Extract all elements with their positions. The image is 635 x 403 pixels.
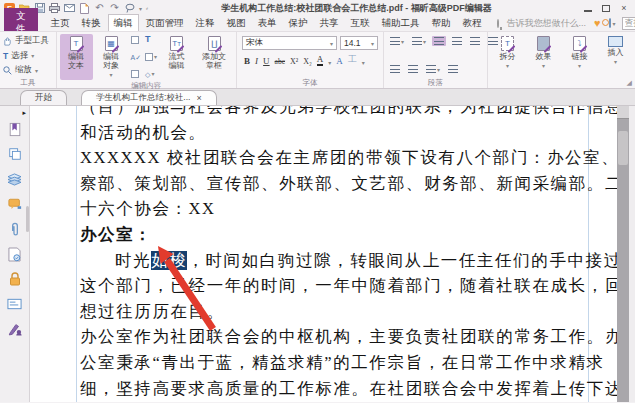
document-canvas[interactable]: （目）加强与社会各界及兄弟学校社团的联系，为社团提供合作信息 和活动的机会。 X… <box>30 106 617 402</box>
tab-view[interactable]: 视图 <box>222 15 251 32</box>
insert-button[interactable]: 插入 ▾ <box>599 34 632 77</box>
tab-tutorial[interactable]: 教程 <box>458 15 487 32</box>
edit-text-button[interactable]: T 编辑文本 <box>60 34 93 80</box>
sidebar-comments-button[interactable] <box>5 194 25 214</box>
tab-start-page[interactable]: 开始 <box>20 90 67 105</box>
tab-home[interactable]: 主页 <box>46 15 75 32</box>
tab-convert[interactable]: 转换 <box>77 15 106 32</box>
sidebar-digital-sign-button[interactable] <box>5 319 25 339</box>
tab-accessibility[interactable]: 辅助工具 <box>377 15 425 32</box>
font-color-caret-icon[interactable]: ▾ <box>328 59 331 66</box>
numbered-list-button[interactable]: ▾ <box>410 36 428 46</box>
selected-text[interactable]: 如梭 <box>151 251 187 270</box>
sidebar-resize-grip[interactable] <box>26 206 29 232</box>
paragraph-spacing-button[interactable] <box>446 64 460 74</box>
close-window-button[interactable]: × <box>619 4 629 13</box>
sidebar-bookmarks-button[interactable] <box>5 119 25 139</box>
tab-connect[interactable]: 互联 <box>346 15 375 32</box>
doc-line[interactable]: 左右联系的枢纽作用，负责主席团、各部门和各协会之间交流沟通， <box>80 401 588 402</box>
lasso-tool-button[interactable] <box>124 3 135 14</box>
add-shape-icon[interactable]: ◇▾ <box>145 71 157 78</box>
sidebar-pages-button[interactable] <box>5 144 25 164</box>
snapshot-dropdown-caret-icon[interactable]: ▾ <box>613 20 616 27</box>
zoom-tool-button[interactable]: 缩放 ▾ <box>3 64 53 76</box>
undo-button[interactable]: ↶ <box>94 3 105 14</box>
tab-share[interactable]: 共享 <box>315 15 344 32</box>
doc-line[interactable]: 十六个协会：XX <box>80 196 588 222</box>
layout-switch-icon[interactable] <box>565 4 575 13</box>
maximize-button[interactable] <box>601 4 611 13</box>
sidebar-fields-button[interactable] <box>5 294 25 314</box>
char-spacing-button[interactable]: A <box>336 56 343 66</box>
link-button[interactable]: ⤵ 链接 ▾ <box>563 34 596 77</box>
doc-line[interactable]: 想过往历历在目。 <box>80 299 588 325</box>
search-input[interactable] <box>625 18 635 28</box>
tab-help[interactable]: 帮助 <box>427 15 456 32</box>
doc-line[interactable]: （目）加强与社会各界及兄弟学校社团的联系，为社团提供合作信息 <box>80 106 588 120</box>
char-scale-button[interactable]: 工 <box>348 53 357 66</box>
subscript-button[interactable]: X₂ <box>303 57 312 66</box>
new-document-button[interactable] <box>79 3 90 14</box>
doc-heading[interactable]: 办公室： <box>80 222 588 248</box>
doc-line[interactable]: 细，坚持高要求高质量的工作标准。在社团联合会中发挥着上传下达， <box>80 376 588 402</box>
tab-comment[interactable]: 注释 <box>191 15 220 32</box>
minimize-button[interactable] <box>583 4 593 13</box>
edit-object-button[interactable]: ▦ 编辑对象 ▾ <box>95 34 128 80</box>
doc-line[interactable]: 公室秉承“青出于蓝，精益求精”的工作宗旨，在日常工作中求精求 <box>80 350 588 376</box>
doc-line[interactable]: 察部、策划部、宣传部、外联部、文艺部、财务部、新闻采编部。二 <box>80 171 588 197</box>
char-scale-caret-icon[interactable]: ▾ <box>362 59 365 66</box>
font-family-select[interactable]: 宋体 ▾ <box>242 36 337 50</box>
strikethrough-button[interactable]: abc <box>275 57 285 66</box>
email-button[interactable] <box>64 3 75 14</box>
ribbon-resize-icon[interactable]: ◢ <box>627 79 632 87</box>
snapshot-icon[interactable] <box>609 18 611 28</box>
bold-button[interactable]: B <box>244 56 250 66</box>
bullet-list-button[interactable]: ▾ <box>388 36 406 46</box>
doc-line[interactable]: 和活动的机会。 <box>80 120 588 146</box>
tell-me-assistant[interactable]: 告诉我您想做什么... <box>507 17 587 30</box>
scrollbar-thumb[interactable] <box>618 131 628 165</box>
page-properties-icon[interactable] <box>131 70 142 78</box>
tab-edit[interactable]: 编辑 <box>108 14 139 33</box>
vertical-scrollbar[interactable] <box>617 106 629 402</box>
hand-tool-button[interactable]: 手型工具 <box>3 35 53 47</box>
select-tool-button[interactable]: T 选择 ▾ <box>3 50 53 62</box>
sidebar-attachments-button[interactable] <box>5 219 25 239</box>
align-right-button[interactable] <box>468 36 482 46</box>
doc-line[interactable]: XXXXXX 校社团联合会在主席团的带领下设有八个部门：办公室、监 <box>80 145 588 171</box>
font-size-select[interactable]: 14.1 ▾ <box>340 36 378 50</box>
lasso-dropdown-caret-icon[interactable]: ▾ <box>139 5 142 12</box>
add-text-icon[interactable]: T <box>145 36 157 43</box>
tab-document[interactable]: 学生机构工作总结:校社... × <box>81 90 217 105</box>
redo-button[interactable]: ↷ <box>109 3 120 14</box>
tab-protect[interactable]: 保护 <box>284 15 313 32</box>
tab-form[interactable]: 表单 <box>253 15 282 32</box>
sidebar-signatures-button[interactable] <box>5 244 25 264</box>
tab-page-organize[interactable]: 页面管理 <box>141 15 189 32</box>
sidebar-security-button[interactable] <box>5 269 25 289</box>
audio-page-icon[interactable] <box>131 36 142 44</box>
sidebar-layers-button[interactable] <box>5 169 25 189</box>
split-button[interactable]: T 拆分 ▾ <box>491 34 524 77</box>
close-tab-icon[interactable]: × <box>196 93 201 103</box>
align-center-button[interactable] <box>450 36 464 46</box>
sidebar-collapse-icon[interactable]: ▸ <box>22 109 26 119</box>
print-button[interactable] <box>49 3 60 14</box>
increase-indent-button[interactable] <box>406 64 420 74</box>
scrollbar-top-button[interactable] <box>617 106 629 119</box>
align-left-button[interactable] <box>432 36 446 46</box>
add-image-icon[interactable]: ▾ <box>145 53 157 61</box>
doc-line-with-selection[interactable]: 时光如梭，时间如白驹过隙，转眼间从上一任主任们的手中接过 <box>80 248 588 274</box>
italic-button[interactable]: I <box>255 56 258 66</box>
font-color-button[interactable]: A <box>317 54 324 66</box>
underline-button[interactable]: U <box>263 56 270 66</box>
decrease-indent-button[interactable] <box>388 64 402 74</box>
favorite-heart-icon[interactable]: ♥ <box>594 17 601 29</box>
spellcheck-icon[interactable]: A✓ <box>131 54 142 61</box>
superscript-button[interactable]: X² <box>290 57 298 66</box>
doc-line[interactable]: 这个部门，已经一年的时间，一年中随着部门，随着社联在成长，回 <box>80 273 588 299</box>
add-article-box-button[interactable]: ∐ 添加文章框 <box>195 34 233 80</box>
reflow-edit-button[interactable]: TT 流式编辑 <box>160 34 193 80</box>
doc-line[interactable]: 办公室作为社团联合会的中枢机构，主要负责社团联的常务工作。办 <box>80 324 588 350</box>
line-spacing-button[interactable]: ▾ <box>424 64 442 74</box>
